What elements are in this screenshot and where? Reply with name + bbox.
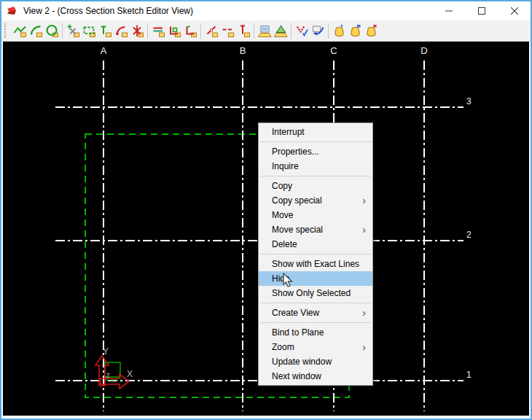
submenu-arrow-icon: ›: [362, 340, 366, 354]
dimension-arc-icon: [114, 24, 128, 38]
grid-label-d: D: [420, 46, 427, 56]
menu-item-interrupt[interactable]: Interrupt: [259, 125, 372, 139]
close-button[interactable]: [498, 1, 531, 20]
titlebar: View 2 - (Cross Section Sketch Editor Vi…: [1, 1, 531, 20]
toolbar-button-sketch-circle[interactable]: [44, 22, 60, 39]
dimension-vertical-icon: [237, 24, 251, 38]
dimension-distance-icon: [152, 24, 165, 38]
save-profile-icon: [332, 24, 346, 38]
menu-item-update-window[interactable]: Update window: [259, 354, 372, 369]
menu-item-label: Interrupt: [272, 127, 305, 137]
toolbar-separator: [328, 23, 329, 39]
drawing-canvas[interactable]: Y X Z InterruptProperties...InquireCopyC…: [3, 42, 529, 416]
add-point-icon: [66, 24, 80, 38]
menu-item-label: Copy: [272, 181, 292, 191]
toolbar-separator: [254, 23, 254, 39]
axis-label-z: Z: [106, 371, 110, 380]
menu-item-copy-special[interactable]: Copy special›: [259, 193, 372, 208]
toolbar-button-update-model[interactable]: [257, 22, 273, 39]
menu-item-show-with-exact-lines[interactable]: Show with Exact Lines: [259, 257, 372, 271]
menu-separator: [260, 176, 371, 176]
next-view-icon: [311, 24, 325, 38]
view-axes-icon: [95, 356, 129, 389]
toolbar-button-dimension-distance[interactable]: [150, 22, 166, 39]
toolbar-button-constraint-corner-fix[interactable]: [166, 22, 182, 39]
menu-item-inquire[interactable]: Inquire: [259, 159, 372, 174]
menu-item-show-only-selected[interactable]: Show Only Selected: [259, 286, 372, 300]
toolbar: [1, 20, 531, 42]
toolbar-button-sketch-arc[interactable]: [28, 22, 44, 39]
toolbar-button-sketch-rectangle[interactable]: [81, 22, 97, 39]
window-title: View 2 - (Cross Section Sketch Editor Vi…: [23, 6, 193, 16]
menu-item-zoom[interactable]: Zoom›: [259, 340, 372, 354]
menu-item-label: Move special: [272, 225, 323, 235]
menu-separator: [260, 303, 371, 303]
toolbar-button-next-view[interactable]: [310, 22, 326, 39]
menu-item-delete[interactable]: Delete: [259, 237, 372, 252]
grid-label-a: A: [101, 46, 107, 56]
window: View 2 - (Cross Section Sketch Editor Vi…: [0, 0, 532, 420]
menu-item-move-special[interactable]: Move special›: [259, 222, 372, 237]
menu-item-bind-to-plane[interactable]: Bind to Plane: [259, 325, 372, 340]
update-model-icon: [258, 24, 272, 38]
toolbar-button-check-sketch[interactable]: [294, 22, 310, 39]
toolbar-separator: [200, 23, 201, 39]
menu-item-label: Copy special: [272, 195, 322, 206]
toolbar-button-constraint-corner[interactable]: [182, 22, 198, 39]
toolbar-button-delete-dimension[interactable]: [129, 22, 145, 39]
toolbar-button-add-point[interactable]: [65, 22, 81, 39]
sketch-circle-icon: [45, 24, 59, 38]
menu-item-label: Next window: [272, 371, 321, 381]
submenu-arrow-icon: ›: [362, 193, 366, 208]
toolbar-button-sketch-line[interactable]: [97, 22, 113, 39]
toolbar-grip[interactable]: [4, 23, 9, 38]
axis-label-x: X: [127, 370, 133, 378]
menu-item-properties[interactable]: Properties...: [259, 144, 372, 159]
toolbar-separator: [147, 23, 148, 39]
menu-item-label: Properties...: [272, 147, 319, 157]
close-icon: [511, 7, 518, 15]
menu-separator: [260, 322, 371, 323]
submenu-arrow-icon: ›: [362, 306, 366, 320]
toolbar-button-sketch-polyline[interactable]: [12, 22, 28, 39]
menu-item-label: Zoom: [272, 342, 294, 352]
menu-item-copy[interactable]: Copy: [259, 179, 372, 193]
toolbar-button-delete-profile[interactable]: [363, 22, 379, 39]
sketch-arc-icon: [29, 24, 43, 38]
delete-profile-icon: [364, 24, 378, 38]
toolbar-button-dimension-arc[interactable]: [113, 22, 129, 39]
menu-item-move[interactable]: Move: [259, 208, 372, 222]
dimension-horizontal-icon: [221, 24, 235, 38]
constraint-corner-fix-icon: [168, 24, 181, 38]
check-sketch-icon: [295, 24, 309, 38]
app-icon[interactable]: [7, 5, 18, 17]
grid-label-1: 1: [466, 370, 472, 380]
toolbar-separator: [291, 23, 292, 39]
menu-item-label: Show Only Selected: [272, 288, 351, 298]
toolbar-separator: [62, 23, 63, 39]
toolbar-button-view-fit[interactable]: [273, 22, 289, 39]
minimize-button[interactable]: [432, 1, 465, 20]
menu-item-next-window[interactable]: Next window: [259, 369, 372, 384]
cursor-arrow-icon: [283, 273, 293, 288]
sketch-line-icon: [98, 24, 112, 38]
dimension-free-icon: [205, 24, 219, 38]
menu-separator: [260, 141, 371, 142]
maximize-button[interactable]: [465, 1, 498, 20]
menu-item-label: Create View: [272, 308, 319, 318]
menu-separator: [260, 254, 371, 254]
toolbar-button-dimension-horizontal[interactable]: [219, 22, 235, 39]
toolbar-button-save-profile[interactable]: [331, 22, 347, 39]
menu-item-create-view[interactable]: Create View›: [259, 306, 372, 320]
menu-item-label: Inquire: [272, 161, 299, 171]
toolbar-button-save-profile-as[interactable]: [347, 22, 363, 39]
menu-item-label: Update window: [272, 357, 332, 367]
context-menu: InterruptProperties...InquireCopyCopy sp…: [258, 122, 373, 386]
menu-item-label: Bind to Plane: [272, 327, 324, 338]
grid-label-2: 2: [466, 230, 472, 240]
toolbar-button-dimension-free[interactable]: [203, 22, 219, 39]
toolbar-button-dimension-vertical[interactable]: [235, 22, 251, 39]
axis-label-y: Y: [103, 347, 109, 356]
menu-item-hide[interactable]: Hide: [259, 271, 372, 286]
delete-dimension-icon: [130, 24, 144, 38]
